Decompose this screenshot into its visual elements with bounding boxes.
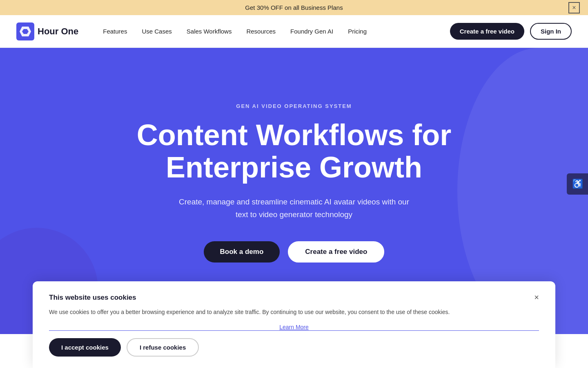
- cookie-body-text: We use cookies to offer you a better bro…: [49, 308, 539, 316]
- cookie-learn-more-link[interactable]: Learn More: [49, 324, 539, 331]
- cookie-banner: This website uses cookies × We use cooki…: [33, 281, 555, 368]
- nav-resources[interactable]: Resources: [246, 28, 276, 35]
- refuse-cookies-button[interactable]: I refuse cookies: [127, 338, 199, 357]
- create-free-video-hero-button[interactable]: Create a free video: [288, 241, 384, 263]
- nav-pricing[interactable]: Pricing: [348, 28, 367, 35]
- nav-links: Features Use Cases Sales Workflows Resou…: [103, 28, 450, 35]
- close-banner-button[interactable]: ×: [568, 2, 580, 13]
- nav-sales-workflows[interactable]: Sales Workflows: [187, 28, 232, 35]
- close-cookie-button[interactable]: ×: [534, 293, 539, 302]
- hero-subtitle: Create, manage and streamline cinematic …: [176, 196, 412, 221]
- nav-use-cases[interactable]: Use Cases: [142, 28, 172, 35]
- book-demo-button[interactable]: Book a demo: [204, 241, 280, 263]
- banner-text: Get 30% OFF on all Business Plans: [245, 4, 343, 11]
- logo-text: Hour One: [38, 26, 78, 37]
- accessibility-icon: ♿: [572, 179, 583, 189]
- top-banner: Get 30% OFF on all Business Plans ×: [0, 0, 588, 15]
- hero-title: Content Workflows for Enterprise Growth: [137, 119, 452, 184]
- hero-title-line1: Content Workflows for: [137, 119, 452, 151]
- accept-cookies-button[interactable]: I accept cookies: [49, 338, 121, 357]
- cookie-header: This website uses cookies ×: [49, 293, 539, 302]
- nav-foundry-gen-ai[interactable]: Foundry Gen AI: [290, 28, 333, 35]
- cookie-title: This website uses cookies: [49, 294, 136, 302]
- navbar: Hour One Features Use Cases Sales Workfl…: [0, 15, 588, 48]
- hero-title-line2: Enterprise Growth: [166, 151, 422, 184]
- logo-icon: [16, 22, 34, 40]
- nav-actions: Create a free video Sign In: [450, 23, 572, 40]
- accessibility-button[interactable]: ♿: [567, 173, 588, 195]
- logo-link[interactable]: Hour One: [16, 22, 78, 40]
- cookie-text: We use cookies to offer you a better bro…: [49, 309, 450, 315]
- hero-eyebrow: GEN AI VIDEO OPERATING SYSTEM: [236, 103, 352, 109]
- hero-buttons: Book a demo Create a free video: [204, 241, 385, 263]
- cookie-actions: I accept cookies I refuse cookies: [49, 338, 539, 357]
- sign-in-button[interactable]: Sign In: [530, 23, 572, 40]
- nav-features[interactable]: Features: [103, 28, 127, 35]
- create-free-video-nav-button[interactable]: Create a free video: [450, 23, 524, 40]
